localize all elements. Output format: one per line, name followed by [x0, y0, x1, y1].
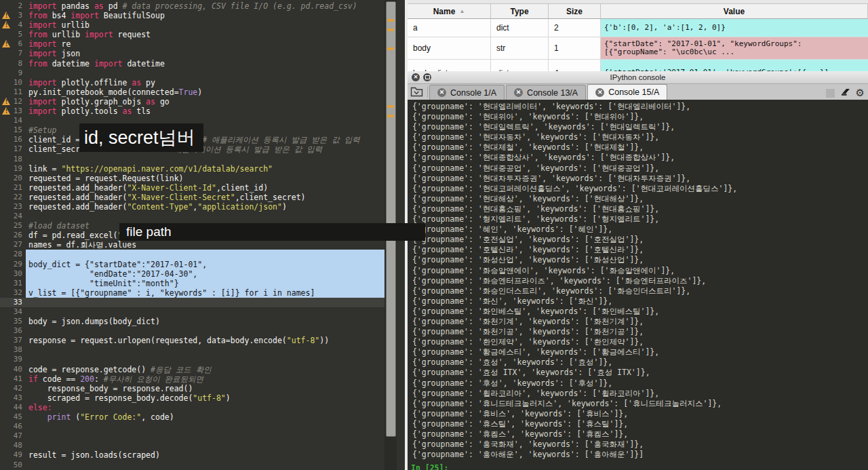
console-tab[interactable]: ✕Console 1/A — [429, 85, 505, 100]
variable-value[interactable]: {'b':[0, 2], 'a':[1, 2, 0]} — [601, 19, 868, 37]
variable-name[interactable]: a — [408, 19, 491, 37]
warning-icon[interactable]: ! — [2, 107, 11, 115]
line-gutter: 44 — [0, 403, 26, 412]
code-line[interactable]: 47 — [0, 431, 384, 441]
code-text: else: — [26, 403, 384, 412]
code-line[interactable]: 11py.init_notebook_mode(connected=True) — [0, 87, 384, 97]
console-output-line: {'groupname': '휴켐스', 'keywords': ['휴켐스']… — [408, 429, 737, 439]
stop-icon[interactable] — [826, 89, 835, 98]
code-line[interactable]: 43 scraped = response_body.decode("utf-8… — [0, 393, 384, 403]
column-header-type[interactable]: Type — [491, 4, 549, 19]
code-line[interactable]: 40code = response.getcode() #응답 코드 확인 — [0, 365, 384, 374]
code-line[interactable]: 48 — [0, 441, 384, 450]
warning-icon[interactable]: ! — [2, 98, 11, 106]
code-line[interactable]: 35body = json.dumps(body_dict) — [0, 317, 384, 326]
variable-size[interactable]: 4 — [549, 60, 601, 71]
variable-value[interactable]: {'startDate':'2017-01-01', 'keywordGroup… — [601, 60, 868, 71]
line-gutter: 14 — [0, 116, 26, 125]
line-gutter: 45 — [0, 412, 26, 422]
variable-size[interactable]: 2 — [549, 19, 601, 37]
variable-value[interactable]: {"startDate": "2017-01-01", "keywordGrou… — [601, 37, 868, 59]
code-line[interactable]: 37response = request.urlopen(requested, … — [0, 336, 384, 345]
line-gutter: 39 — [0, 355, 26, 364]
code-line[interactable]: !6import re — [0, 39, 384, 49]
variable-name[interactable]: body — [408, 37, 491, 59]
code-line[interactable]: 21requested.add_header("X-Naver-Client-I… — [0, 183, 384, 193]
code-line[interactable]: 23requested.add_header("Content-Type","a… — [0, 202, 384, 212]
console-tab[interactable]: ✕Console 13/A — [506, 85, 586, 100]
code-line[interactable]: 42 response_body = response.read() — [0, 384, 384, 393]
code-line[interactable]: 32v_list = [{"groupname" : i, "keywords"… — [0, 288, 384, 298]
variable-row[interactable]: body_dictdict4{'startDate':'2017-01-01',… — [408, 60, 868, 71]
tab-close-icon[interactable]: ✕ — [514, 88, 523, 97]
code-line[interactable]: 10import plotly.offline as py — [0, 78, 384, 87]
browse-tabs-icon[interactable] — [410, 86, 428, 98]
column-header-name[interactable]: Name▲ — [408, 4, 491, 19]
warning-icon[interactable]: ! — [2, 40, 11, 48]
code-line[interactable]: 50 — [0, 461, 384, 470]
clear-console-icon[interactable] — [840, 87, 851, 99]
code-line[interactable]: 30 "endDate":"2017-04-30", — [0, 269, 384, 279]
line-number: 6 — [18, 39, 22, 49]
code-line[interactable]: 46 — [0, 422, 384, 431]
code-line[interactable]: 29body_dict = {"startDate":"2017-01-01", — [0, 260, 384, 269]
line-gutter: 11 — [0, 87, 26, 97]
console-tab[interactable]: ✕Console 15/A — [587, 84, 667, 100]
code-line[interactable]: 2import pandas as pd # data processing, … — [0, 1, 384, 11]
line-gutter: 17 — [0, 144, 26, 154]
code-line[interactable]: 19link = "https://openapi.naver.com/v1/d… — [0, 164, 384, 174]
code-text — [26, 422, 384, 431]
code-line[interactable]: 33 — [0, 298, 384, 307]
code-line[interactable]: 31 "timeUnit":"month"} — [0, 279, 384, 288]
console-output[interactable]: {'groupname': '현대엘리베이터', 'keywords': ['현… — [408, 100, 868, 470]
code-line[interactable]: !12import plotly.graph_objs as go — [0, 97, 384, 106]
code-line[interactable]: 8from datetime import datetime — [0, 59, 384, 68]
code-line[interactable]: 9 — [0, 68, 384, 78]
code-line[interactable]: 18 — [0, 155, 384, 164]
code-line[interactable]: 44else: — [0, 403, 384, 412]
column-header-size[interactable]: Size — [549, 4, 601, 19]
code-line[interactable]: !3from bs4 import BeautifulSoup — [0, 11, 384, 20]
code-line[interactable]: 24 — [0, 212, 384, 221]
variable-type[interactable]: dict — [491, 19, 549, 37]
code-line[interactable]: 20requested = request.Request(link) — [0, 174, 384, 183]
console-output-line: {'groupname': '화인베스틸', 'keywords': ['화인베… — [408, 307, 737, 317]
options-gear-icon[interactable]: ⚙ — [856, 88, 865, 98]
tab-close-icon[interactable]: ✕ — [437, 88, 446, 97]
pane-close-icon[interactable]: ✕ — [412, 73, 420, 81]
warning-icon[interactable]: ! — [2, 12, 11, 20]
redaction-overlay-file-path: file path — [119, 223, 425, 241]
variable-row[interactable]: bodystr1{"startDate": "2017-01-01", "key… — [408, 37, 868, 60]
variable-size[interactable]: 1 — [549, 37, 601, 59]
pane-undock-icon[interactable] — [423, 73, 431, 81]
column-header-value[interactable]: Value — [601, 4, 868, 19]
code-text: "timeUnit":"month"} — [26, 279, 384, 288]
editor-scrollbar-thumb[interactable] — [386, 1, 396, 437]
code-line[interactable]: 45 print ("Error Code:", code) — [0, 412, 384, 422]
code-text: "endDate":"2017-04-30", — [26, 269, 384, 279]
code-line[interactable]: !13import plotly.tools as tls — [0, 106, 384, 116]
code-line[interactable]: 28 — [0, 250, 384, 259]
code-line[interactable]: !4import urllib — [0, 20, 384, 30]
code-text: requested.add_header("X-Naver-Client-Sec… — [26, 193, 384, 202]
code-line[interactable]: 36 — [0, 326, 384, 336]
line-gutter: 37 — [0, 336, 26, 345]
code-line[interactable]: 41if code == 200: #무사히 요청이 완료됬되면 — [0, 374, 384, 384]
warning-icon[interactable]: ! — [2, 21, 11, 29]
code-line[interactable]: 49result = json.loads(scraped) — [0, 450, 384, 460]
code-line[interactable]: 22requested.add_header("X-Naver-Client-S… — [0, 193, 384, 202]
code-line[interactable]: 7import json — [0, 49, 384, 58]
tab-close-icon[interactable]: ✕ — [595, 88, 604, 97]
code-line[interactable]: 27names = df.회사명.values — [0, 240, 384, 250]
variable-name[interactable]: body_dict — [408, 60, 491, 71]
variable-row[interactable]: adict2{'b':[0, 2], 'a':[1, 2, 0]} — [408, 19, 868, 37]
code-line[interactable]: 34 — [0, 307, 384, 317]
line-number: 38 — [14, 345, 22, 355]
code-line[interactable]: 5from urllib import request — [0, 30, 384, 39]
variable-type[interactable]: dict — [491, 60, 549, 71]
variable-explorer[interactable]: Name▲TypeSizeValue adict2{'b':[0, 2], 'a… — [408, 0, 868, 71]
variable-type[interactable]: str — [491, 37, 549, 59]
code-line[interactable]: 38 — [0, 345, 384, 355]
line-gutter: 25 — [0, 221, 26, 231]
code-line[interactable]: 39 — [0, 355, 384, 364]
